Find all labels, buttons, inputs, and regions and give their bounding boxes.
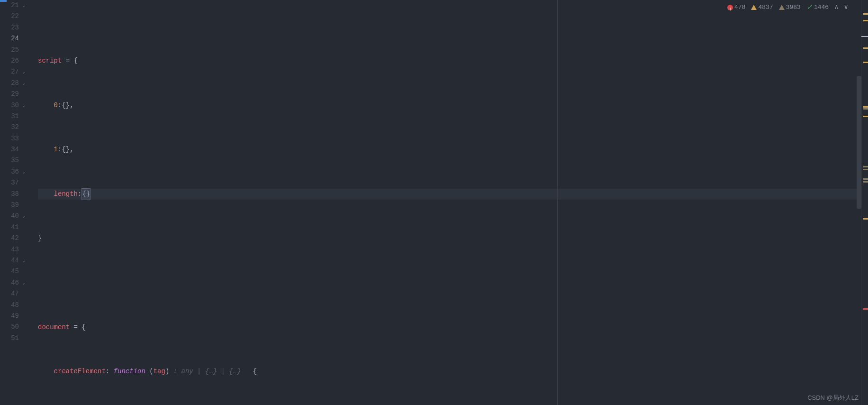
gutter-line[interactable]: 43: [0, 244, 28, 255]
line-number: 42: [0, 233, 19, 244]
warning-mark[interactable]: [863, 62, 868, 63]
weak-mark[interactable]: [863, 169, 868, 170]
warning-mark[interactable]: [863, 20, 868, 21]
errors-count[interactable]: 478: [727, 2, 745, 13]
gutter[interactable]: 21⌄222324252627⌄28⌄2930⌄313233343536⌄373…: [0, 0, 28, 405]
gutter-line[interactable]: 47: [0, 288, 28, 299]
gutter-line[interactable]: 46⌄: [0, 277, 28, 288]
warning-mark[interactable]: [863, 47, 868, 49]
gutter-line[interactable]: 38: [0, 189, 28, 200]
weak-mark[interactable]: [863, 108, 868, 110]
gutter-line[interactable]: 25: [0, 45, 28, 55]
gutter-line[interactable]: 40⌄: [0, 211, 28, 221]
gutter-line[interactable]: 28⌄: [0, 78, 28, 89]
typo-icon: ✓: [806, 2, 813, 13]
line-number: 36: [0, 166, 19, 177]
line-number: 43: [0, 244, 19, 255]
gutter-line[interactable]: 37: [0, 177, 28, 188]
warnings-count[interactable]: 4837: [751, 2, 773, 13]
weak-warning-icon: [779, 5, 785, 10]
line-number: 33: [0, 133, 19, 144]
gutter-line[interactable]: 29: [0, 89, 28, 100]
gutter-line[interactable]: 30⌄: [0, 100, 28, 111]
error-icon: [727, 5, 733, 10]
code-line[interactable]: 0:{},: [38, 100, 868, 111]
gutter-line[interactable]: 44⌄: [0, 255, 28, 266]
line-number: 44: [0, 255, 19, 266]
gutter-line[interactable]: 27⌄: [0, 66, 28, 77]
line-number: 45: [0, 266, 19, 277]
code-line[interactable]: [38, 277, 868, 288]
gutter-line[interactable]: 32: [0, 122, 28, 133]
line-number: 38: [0, 189, 19, 200]
warning-mark[interactable]: [863, 13, 868, 15]
watermark: CSDN @局外人LZ: [807, 392, 859, 403]
gutter-line[interactable]: 42: [0, 233, 28, 244]
fold-icon[interactable]: ⌄: [19, 66, 28, 77]
line-number: 40: [0, 211, 19, 221]
gutter-line[interactable]: 22: [0, 11, 28, 22]
line-number: 27: [0, 66, 19, 77]
fold-icon[interactable]: ⌄: [19, 277, 28, 288]
code-line[interactable]: 1:{},: [38, 144, 868, 155]
line-number: 39: [0, 200, 19, 211]
line-number: 25: [0, 45, 19, 55]
line-number: 34: [0, 144, 19, 155]
code-line[interactable]: document = {: [38, 322, 868, 333]
gutter-line[interactable]: 21⌄: [0, 0, 28, 11]
scrollbar-thumb[interactable]: [857, 76, 861, 209]
code-line-active[interactable]: length:{}: [38, 189, 868, 200]
fold-icon[interactable]: ⌄: [19, 211, 28, 221]
warning-mark[interactable]: [863, 106, 868, 108]
fold-icon[interactable]: ⌄: [19, 100, 28, 111]
gutter-line[interactable]: 51: [0, 333, 28, 344]
gutter-line[interactable]: 33: [0, 133, 28, 144]
weak-mark[interactable]: [863, 166, 868, 167]
gutter-line[interactable]: 41: [0, 222, 28, 233]
code-editor[interactable]: 21⌄222324252627⌄28⌄2930⌄313233343536⌄373…: [0, 0, 868, 405]
gutter-line[interactable]: 26: [0, 55, 28, 66]
line-number: 35: [0, 155, 19, 166]
line-number: 41: [0, 222, 19, 233]
gutter-line[interactable]: 48: [0, 300, 28, 311]
code-line[interactable]: script = {: [38, 55, 868, 66]
line-number: 22: [0, 11, 19, 22]
fold-icon[interactable]: ⌄: [19, 255, 28, 266]
code-line[interactable]: createElement: function (tag) : any | {……: [38, 366, 868, 377]
gutter-line[interactable]: 49: [0, 311, 28, 322]
warning-icon: [751, 5, 757, 10]
warning-mark[interactable]: [863, 218, 868, 220]
error-mark[interactable]: [863, 308, 868, 310]
gutter-line[interactable]: 45: [0, 266, 28, 277]
weak-mark[interactable]: [863, 181, 868, 183]
line-number: 46: [0, 277, 19, 288]
gutter-line[interactable]: 35: [0, 155, 28, 166]
gutter-line[interactable]: 36⌄: [0, 166, 28, 177]
gutter-line[interactable]: 39: [0, 200, 28, 211]
line-number: 51: [0, 333, 19, 344]
fold-icon[interactable]: ⌄: [19, 78, 28, 89]
gutter-line[interactable]: 31: [0, 111, 28, 122]
code-line[interactable]: }: [38, 233, 868, 244]
prev-highlight-icon[interactable]: ∧: [834, 2, 838, 13]
gutter-line[interactable]: 34: [0, 144, 28, 155]
line-number: 37: [0, 177, 19, 188]
error-stripe[interactable]: [861, 0, 868, 405]
line-number: 48: [0, 300, 19, 311]
gutter-line[interactable]: 23: [0, 22, 28, 33]
warning-mark[interactable]: [863, 116, 868, 117]
inspection-status-bar[interactable]: 478 4837 3983 ✓1446 ∧ ∨: [727, 2, 848, 13]
fold-icon[interactable]: ⌄: [19, 0, 28, 11]
line-number: 23: [0, 22, 19, 33]
code-area[interactable]: script = { 0:{}, 1:{}, length:{} } docum…: [28, 0, 868, 405]
gutter-line[interactable]: 24: [0, 33, 28, 44]
typos-count[interactable]: ✓1446: [806, 2, 829, 13]
gutter-line[interactable]: 50: [0, 322, 28, 332]
weak-warnings-count[interactable]: 3983: [779, 2, 801, 13]
line-number: 49: [0, 311, 19, 322]
line-number: 31: [0, 111, 19, 122]
next-highlight-icon[interactable]: ∨: [844, 2, 848, 13]
line-number: 21: [0, 0, 19, 11]
weak-mark[interactable]: [863, 178, 868, 180]
fold-icon[interactable]: ⌄: [19, 166, 28, 177]
